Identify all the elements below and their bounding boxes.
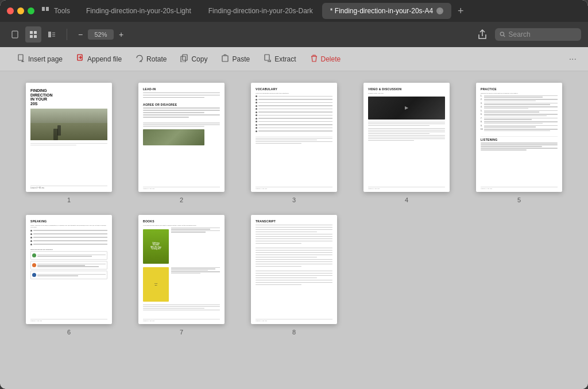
extract-icon <box>264 54 272 64</box>
pages-grid: FINDINGDIRECTIONIN YOUR20S Lesson 4 • B1… <box>17 83 571 336</box>
page-thumb-5[interactable]: PRACTICE Replace the words in bold with … <box>476 83 562 192</box>
paste-icon <box>221 54 229 64</box>
svg-rect-22 <box>265 55 269 60</box>
app-icon <box>41 6 49 16</box>
delete-icon <box>310 54 318 64</box>
main-window: Tools Finding-direction-in-your-20s-Ligh… <box>0 0 588 389</box>
page5-listening-title: LISTENING <box>481 138 558 142</box>
page6-comment3 <box>32 273 106 277</box>
rotate-icon <box>136 54 144 64</box>
page5-footer: Lesson 4 • B1 ess <box>481 187 558 190</box>
minimize-button[interactable] <box>17 7 24 14</box>
delete-button[interactable]: Delete <box>304 51 347 67</box>
page-thumb-8[interactable]: TRANSCRIPT <box>251 215 337 324</box>
svg-rect-20 <box>181 56 185 62</box>
app-name: Tools <box>54 7 70 15</box>
page7-footer: Lesson 4 • B1 ess <box>143 319 220 322</box>
zoom-out-button[interactable]: − <box>74 28 87 41</box>
svg-rect-1 <box>46 7 49 11</box>
search-icon <box>500 31 506 38</box>
avatar-green <box>32 253 36 257</box>
insert-page-button[interactable]: Insert page <box>11 51 68 67</box>
page-item-6[interactable]: SPEAKING Share, respond to the other's s… <box>17 215 121 336</box>
svg-rect-4 <box>34 31 37 34</box>
page-thumb-1[interactable]: FINDINGDIRECTIONIN YOUR20S Lesson 4 • B1… <box>26 83 112 192</box>
tab-label-dark: Finding-direction-in-your-20s-Dark <box>208 7 313 15</box>
page8-footer: Lesson 4 • B1 ess <box>256 319 332 322</box>
page-list-view-button[interactable] <box>44 26 60 43</box>
page2-agree-lines <box>143 107 220 118</box>
page-item-8[interactable]: TRANSCRIPT <box>242 215 346 336</box>
single-page-view-button[interactable] <box>7 26 23 43</box>
copy-button[interactable]: Copy <box>175 51 213 67</box>
page6-section-title: SPEAKING <box>30 219 107 224</box>
svg-line-12 <box>504 35 505 37</box>
more-options[interactable]: ··· <box>569 54 577 64</box>
svg-rect-0 <box>42 7 45 11</box>
paste-button[interactable]: Paste <box>215 51 256 67</box>
page-item-4[interactable]: VIDEO & DISCUSSION Finding Lost in Your … <box>355 83 458 203</box>
grid-view-button[interactable] <box>25 26 41 43</box>
page4-video <box>368 97 445 120</box>
page-num-2: 2 <box>180 197 183 203</box>
svg-rect-2 <box>12 31 18 38</box>
tab-close-button[interactable]: × <box>436 7 443 14</box>
page-num-3: 3 <box>292 197 296 203</box>
page-thumb-3[interactable]: VOCABULARY Match the highlighted keyword… <box>251 83 337 192</box>
traffic-lights <box>7 7 34 14</box>
book-cover-1: DefiningDecadeWho Are YouTurning 20? <box>143 229 169 264</box>
page8-section-title: TRANSCRIPT <box>256 219 332 224</box>
page-thumb-6[interactable]: SPEAKING Share, respond to the other's s… <box>26 215 112 324</box>
delete-label: Delete <box>321 55 341 63</box>
extract-label: Extract <box>274 55 296 63</box>
page7-section-title: BOOKS <box>143 219 220 224</box>
copy-icon <box>180 54 188 64</box>
page3-vocab-lines <box>256 95 332 133</box>
extract-button[interactable]: Extract <box>258 51 301 67</box>
svg-rect-6 <box>34 35 37 38</box>
share-button[interactable] <box>474 26 490 43</box>
search-input[interactable] <box>509 30 577 38</box>
tab-a4[interactable]: * Finding-direction-in-your-20s-A4 × <box>322 3 451 19</box>
action-toolbar: Insert page Append file Rotate Copy Past <box>0 47 588 71</box>
tab-label-a4: * Finding-direction-in-your-20s-A4 <box>330 7 433 15</box>
view-controls <box>7 26 60 43</box>
page4-subtitle: Finding Lost in Your 20s <box>368 93 445 94</box>
search-box[interactable] <box>495 28 581 41</box>
page7-subtitle: If you enjoyed this lesson and want to e… <box>143 225 220 226</box>
page7-books: DefiningDecadeWho Are YouTurning 20? <box>143 228 220 265</box>
tab-dark[interactable]: Finding-direction-in-your-20s-Dark <box>200 3 321 19</box>
page-item-7[interactable]: BOOKS If you enjoyed this lesson and wan… <box>130 215 233 336</box>
page-num-6: 6 <box>67 329 71 336</box>
page-item-5[interactable]: PRACTICE Replace the words in bold with … <box>467 83 571 203</box>
append-file-icon <box>76 54 84 64</box>
maximize-button[interactable] <box>28 7 34 14</box>
page3-section-title: VOCABULARY <box>256 87 332 91</box>
page1-cover-image <box>30 109 107 140</box>
page5-subtitle: Replace the words in bold with the vocab… <box>481 93 558 94</box>
close-button[interactable] <box>7 7 14 14</box>
page-thumb-4[interactable]: VIDEO & DISCUSSION Finding Lost in Your … <box>363 83 450 192</box>
page-thumb-7[interactable]: BOOKS If you enjoyed this lesson and wan… <box>138 215 225 324</box>
page-item-1[interactable]: FINDINGDIRECTIONIN YOUR20S Lesson 4 • B1… <box>17 83 121 203</box>
append-file-label: Append file <box>87 55 122 63</box>
page6-subtitle: Share, respond to the other's suggestion… <box>30 225 107 229</box>
zoom-in-button[interactable]: + <box>115 28 127 41</box>
page6-comment2 <box>32 263 106 267</box>
tab-light[interactable]: Finding-direction-in-your-20s-Light <box>78 3 199 19</box>
page-thumb-2[interactable]: LEAD-IN AGREE OR DISAGREE <box>138 83 225 192</box>
rotate-button[interactable]: Rotate <box>130 51 172 67</box>
page7-books-2: YOU20s <box>143 267 220 302</box>
paste-label: Paste <box>232 55 250 63</box>
tabs-container: Finding-direction-in-your-20s-Light Find… <box>78 3 581 19</box>
svg-rect-3 <box>30 31 33 34</box>
page3-subtitle: Match the highlighted keywords with thei… <box>256 93 332 94</box>
append-file-button[interactable]: Append file <box>71 51 127 67</box>
new-tab-button[interactable]: + <box>454 4 467 18</box>
svg-rect-19 <box>183 55 187 60</box>
pages-area[interactable]: FINDINGDIRECTIONIN YOUR20S Lesson 4 • B1… <box>0 71 588 389</box>
rotate-label: Rotate <box>146 55 167 63</box>
page-item-2[interactable]: LEAD-IN AGREE OR DISAGREE <box>130 83 233 203</box>
page-item-3[interactable]: VOCABULARY Match the highlighted keyword… <box>242 83 346 203</box>
toolbar-separator-1 <box>67 29 67 40</box>
